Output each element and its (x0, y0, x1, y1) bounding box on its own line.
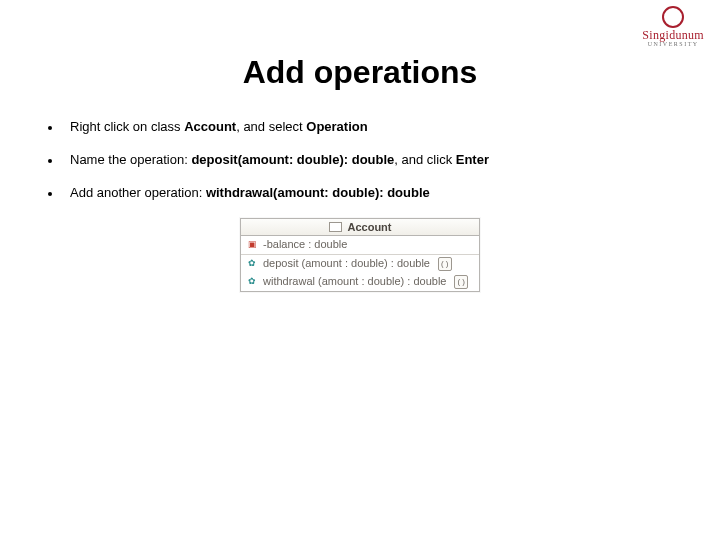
page-title: Add operations (0, 54, 720, 91)
operation-text: deposit (amount : double) : double (263, 256, 430, 272)
operation-icon: ✿ (246, 258, 258, 270)
brand-logo: Singidunum UNIVERSITY (642, 6, 704, 47)
attribute-icon: ▣ (246, 239, 258, 251)
list-item-text: Name the operation: deposit(amount: doub… (70, 152, 672, 167)
logo-subtext: UNIVERSITY (642, 41, 704, 47)
list-item-text: Right click on class Account, and select… (70, 119, 672, 134)
operations-compartment: ✿ deposit (amount : double) : double ( )… (241, 255, 479, 291)
attribute-text: -balance : double (263, 237, 347, 253)
list-item-text: Add another operation: withdrawal(amount… (70, 185, 672, 200)
class-diagram-wrap: Account ▣ -balance : double ✿ deposit (a… (0, 218, 720, 292)
paren-badge: ( ) (438, 257, 452, 271)
attribute-row: ▣ -balance : double (241, 236, 479, 254)
logo-ring-icon (662, 6, 684, 28)
operation-row: ✿ deposit (amount : double) : double ( ) (241, 255, 479, 273)
list-item: Right click on class Account, and select… (48, 119, 672, 134)
bullet-icon (48, 126, 52, 130)
bullet-icon (48, 192, 52, 196)
bullet-icon (48, 159, 52, 163)
list-item: Add another operation: withdrawal(amount… (48, 185, 672, 200)
paren-badge: ( ) (454, 275, 468, 289)
attributes-compartment: ▣ -balance : double (241, 236, 479, 255)
operation-text: withdrawal (amount : double) : double (263, 274, 446, 290)
uml-class-box: Account ▣ -balance : double ✿ deposit (a… (240, 218, 480, 292)
operation-icon: ✿ (246, 276, 258, 288)
operation-row: ✿ withdrawal (amount : double) : double … (241, 273, 479, 291)
instruction-list: Right click on class Account, and select… (0, 119, 720, 200)
class-header: Account (241, 219, 479, 236)
class-name: Account (348, 221, 392, 233)
list-item: Name the operation: deposit(amount: doub… (48, 152, 672, 167)
logo-text: Singidunum (642, 29, 704, 41)
class-icon (329, 222, 342, 232)
